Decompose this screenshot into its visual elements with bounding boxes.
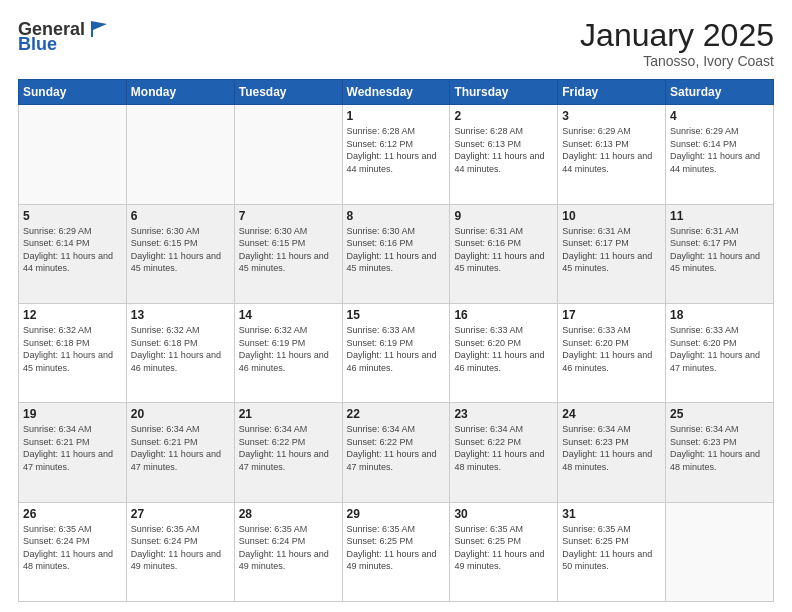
col-wednesday: Wednesday [342, 80, 450, 105]
table-row: 12Sunrise: 6:32 AM Sunset: 6:18 PM Dayli… [19, 303, 127, 402]
day-info: Sunrise: 6:31 AM Sunset: 6:17 PM Dayligh… [562, 225, 661, 275]
day-info: Sunrise: 6:30 AM Sunset: 6:15 PM Dayligh… [131, 225, 230, 275]
day-info: Sunrise: 6:35 AM Sunset: 6:24 PM Dayligh… [23, 523, 122, 573]
day-number: 17 [562, 308, 661, 322]
day-info: Sunrise: 6:28 AM Sunset: 6:12 PM Dayligh… [347, 125, 446, 175]
table-row: 17Sunrise: 6:33 AM Sunset: 6:20 PM Dayli… [558, 303, 666, 402]
table-row: 13Sunrise: 6:32 AM Sunset: 6:18 PM Dayli… [126, 303, 234, 402]
day-number: 15 [347, 308, 446, 322]
day-info: Sunrise: 6:33 AM Sunset: 6:20 PM Dayligh… [562, 324, 661, 374]
day-number: 19 [23, 407, 122, 421]
calendar-week-row: 26Sunrise: 6:35 AM Sunset: 6:24 PM Dayli… [19, 502, 774, 601]
table-row: 29Sunrise: 6:35 AM Sunset: 6:25 PM Dayli… [342, 502, 450, 601]
col-tuesday: Tuesday [234, 80, 342, 105]
calendar-title: January 2025 [580, 18, 774, 53]
table-row [19, 105, 127, 204]
day-info: Sunrise: 6:32 AM Sunset: 6:19 PM Dayligh… [239, 324, 338, 374]
header: General Blue January 2025 Tanosso, Ivory… [18, 18, 774, 69]
table-row [126, 105, 234, 204]
day-info: Sunrise: 6:33 AM Sunset: 6:20 PM Dayligh… [670, 324, 769, 374]
table-row: 19Sunrise: 6:34 AM Sunset: 6:21 PM Dayli… [19, 403, 127, 502]
table-row: 16Sunrise: 6:33 AM Sunset: 6:20 PM Dayli… [450, 303, 558, 402]
calendar-header-row: Sunday Monday Tuesday Wednesday Thursday… [19, 80, 774, 105]
table-row [234, 105, 342, 204]
day-info: Sunrise: 6:34 AM Sunset: 6:23 PM Dayligh… [670, 423, 769, 473]
calendar-week-row: 12Sunrise: 6:32 AM Sunset: 6:18 PM Dayli… [19, 303, 774, 402]
day-info: Sunrise: 6:29 AM Sunset: 6:14 PM Dayligh… [23, 225, 122, 275]
day-number: 24 [562, 407, 661, 421]
day-info: Sunrise: 6:31 AM Sunset: 6:17 PM Dayligh… [670, 225, 769, 275]
table-row: 30Sunrise: 6:35 AM Sunset: 6:25 PM Dayli… [450, 502, 558, 601]
day-number: 22 [347, 407, 446, 421]
day-number: 4 [670, 109, 769, 123]
table-row: 27Sunrise: 6:35 AM Sunset: 6:24 PM Dayli… [126, 502, 234, 601]
table-row: 10Sunrise: 6:31 AM Sunset: 6:17 PM Dayli… [558, 204, 666, 303]
day-info: Sunrise: 6:29 AM Sunset: 6:14 PM Dayligh… [670, 125, 769, 175]
table-row: 25Sunrise: 6:34 AM Sunset: 6:23 PM Dayli… [666, 403, 774, 502]
day-info: Sunrise: 6:34 AM Sunset: 6:22 PM Dayligh… [347, 423, 446, 473]
col-thursday: Thursday [450, 80, 558, 105]
day-info: Sunrise: 6:34 AM Sunset: 6:21 PM Dayligh… [23, 423, 122, 473]
day-number: 7 [239, 209, 338, 223]
day-number: 10 [562, 209, 661, 223]
day-number: 31 [562, 507, 661, 521]
day-info: Sunrise: 6:35 AM Sunset: 6:25 PM Dayligh… [454, 523, 553, 573]
day-number: 2 [454, 109, 553, 123]
table-row: 22Sunrise: 6:34 AM Sunset: 6:22 PM Dayli… [342, 403, 450, 502]
day-number: 11 [670, 209, 769, 223]
day-number: 20 [131, 407, 230, 421]
day-number: 25 [670, 407, 769, 421]
day-info: Sunrise: 6:29 AM Sunset: 6:13 PM Dayligh… [562, 125, 661, 175]
day-info: Sunrise: 6:35 AM Sunset: 6:25 PM Dayligh… [562, 523, 661, 573]
day-number: 28 [239, 507, 338, 521]
day-number: 29 [347, 507, 446, 521]
day-info: Sunrise: 6:34 AM Sunset: 6:22 PM Dayligh… [454, 423, 553, 473]
day-info: Sunrise: 6:31 AM Sunset: 6:16 PM Dayligh… [454, 225, 553, 275]
table-row: 31Sunrise: 6:35 AM Sunset: 6:25 PM Dayli… [558, 502, 666, 601]
day-number: 9 [454, 209, 553, 223]
day-info: Sunrise: 6:34 AM Sunset: 6:23 PM Dayligh… [562, 423, 661, 473]
day-info: Sunrise: 6:33 AM Sunset: 6:19 PM Dayligh… [347, 324, 446, 374]
table-row: 18Sunrise: 6:33 AM Sunset: 6:20 PM Dayli… [666, 303, 774, 402]
day-info: Sunrise: 6:32 AM Sunset: 6:18 PM Dayligh… [23, 324, 122, 374]
title-block: January 2025 Tanosso, Ivory Coast [580, 18, 774, 69]
day-info: Sunrise: 6:35 AM Sunset: 6:24 PM Dayligh… [131, 523, 230, 573]
day-number: 23 [454, 407, 553, 421]
day-info: Sunrise: 6:30 AM Sunset: 6:16 PM Dayligh… [347, 225, 446, 275]
day-number: 30 [454, 507, 553, 521]
table-row: 5Sunrise: 6:29 AM Sunset: 6:14 PM Daylig… [19, 204, 127, 303]
day-info: Sunrise: 6:30 AM Sunset: 6:15 PM Dayligh… [239, 225, 338, 275]
day-number: 3 [562, 109, 661, 123]
day-number: 14 [239, 308, 338, 322]
table-row: 4Sunrise: 6:29 AM Sunset: 6:14 PM Daylig… [666, 105, 774, 204]
calendar-week-row: 5Sunrise: 6:29 AM Sunset: 6:14 PM Daylig… [19, 204, 774, 303]
day-number: 5 [23, 209, 122, 223]
table-row: 24Sunrise: 6:34 AM Sunset: 6:23 PM Dayli… [558, 403, 666, 502]
calendar-week-row: 1Sunrise: 6:28 AM Sunset: 6:12 PM Daylig… [19, 105, 774, 204]
day-number: 18 [670, 308, 769, 322]
table-row: 11Sunrise: 6:31 AM Sunset: 6:17 PM Dayli… [666, 204, 774, 303]
day-number: 27 [131, 507, 230, 521]
day-number: 1 [347, 109, 446, 123]
day-number: 12 [23, 308, 122, 322]
day-number: 13 [131, 308, 230, 322]
day-info: Sunrise: 6:34 AM Sunset: 6:21 PM Dayligh… [131, 423, 230, 473]
day-number: 16 [454, 308, 553, 322]
svg-marker-0 [91, 21, 107, 37]
table-row: 26Sunrise: 6:35 AM Sunset: 6:24 PM Dayli… [19, 502, 127, 601]
day-number: 21 [239, 407, 338, 421]
table-row [666, 502, 774, 601]
table-row: 7Sunrise: 6:30 AM Sunset: 6:15 PM Daylig… [234, 204, 342, 303]
logo-flag-icon [87, 18, 109, 40]
table-row: 15Sunrise: 6:33 AM Sunset: 6:19 PM Dayli… [342, 303, 450, 402]
col-monday: Monday [126, 80, 234, 105]
day-info: Sunrise: 6:35 AM Sunset: 6:25 PM Dayligh… [347, 523, 446, 573]
col-sunday: Sunday [19, 80, 127, 105]
day-number: 6 [131, 209, 230, 223]
table-row: 2Sunrise: 6:28 AM Sunset: 6:13 PM Daylig… [450, 105, 558, 204]
table-row: 1Sunrise: 6:28 AM Sunset: 6:12 PM Daylig… [342, 105, 450, 204]
logo-blue-text: Blue [18, 34, 57, 55]
day-number: 26 [23, 507, 122, 521]
day-info: Sunrise: 6:34 AM Sunset: 6:22 PM Dayligh… [239, 423, 338, 473]
col-friday: Friday [558, 80, 666, 105]
